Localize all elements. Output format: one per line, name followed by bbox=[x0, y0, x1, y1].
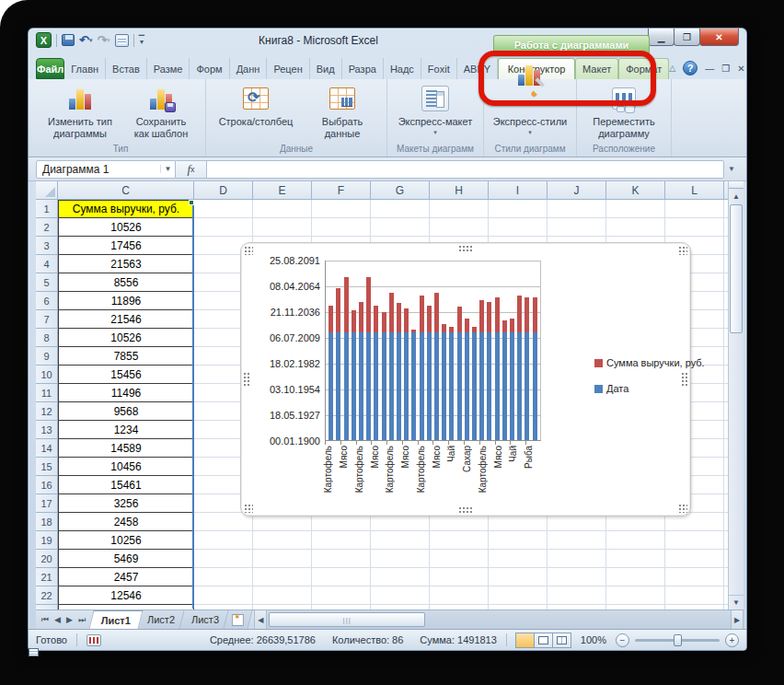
grid[interactable]: 1234567891011121314151617181920212223 Су… bbox=[36, 200, 728, 610]
cell-c19[interactable]: 10256 bbox=[58, 531, 194, 550]
select-data-button[interactable]: Выбрать данные bbox=[302, 82, 383, 139]
row-header-7[interactable]: 7 bbox=[36, 310, 57, 329]
workbook-minimize-icon[interactable]: — bbox=[705, 64, 714, 74]
column-header-g[interactable]: G bbox=[371, 181, 430, 199]
stacked-bar[interactable] bbox=[533, 297, 537, 440]
zoom-level[interactable]: 100% bbox=[581, 634, 606, 645]
last-sheet-icon[interactable]: ⏭ bbox=[78, 615, 86, 625]
row-header-18[interactable]: 18 bbox=[36, 513, 57, 531]
column-header-k[interactable]: K bbox=[606, 181, 665, 199]
sheet-tab-лист1[interactable]: Лист1 bbox=[89, 610, 144, 629]
insert-worksheet-tab[interactable] bbox=[224, 610, 253, 629]
row-header-15[interactable]: 15 bbox=[36, 458, 57, 476]
row-header-16[interactable]: 16 bbox=[36, 476, 57, 494]
vertical-split-handle[interactable] bbox=[729, 181, 744, 189]
cell-c16[interactable]: 15461 bbox=[58, 476, 194, 494]
stacked-bar[interactable] bbox=[479, 300, 484, 440]
column-header-h[interactable]: H bbox=[430, 181, 489, 199]
stacked-bar[interactable] bbox=[382, 312, 386, 440]
cell-c9[interactable]: 7855 bbox=[58, 347, 194, 366]
prev-sheet-icon[interactable]: ◀ bbox=[54, 615, 61, 624]
stacked-bar[interactable] bbox=[502, 320, 507, 440]
tab-макет[interactable]: Макет bbox=[575, 58, 618, 79]
scroll-left-icon[interactable]: ◀ bbox=[254, 610, 267, 629]
stacked-bar[interactable] bbox=[359, 302, 363, 440]
range-fill-handle[interactable] bbox=[189, 200, 194, 205]
stacked-bar[interactable] bbox=[465, 319, 469, 440]
stacked-bar[interactable] bbox=[344, 277, 349, 440]
row-header-6[interactable]: 6 bbox=[36, 292, 57, 310]
macro-record-icon[interactable] bbox=[86, 634, 101, 646]
vertical-scroll-thumb[interactable] bbox=[730, 204, 743, 333]
row-header-13[interactable]: 13 bbox=[36, 421, 57, 439]
page-layout-view-button[interactable] bbox=[534, 633, 553, 648]
stacked-bar[interactable] bbox=[427, 306, 432, 440]
row-header-22[interactable]: 22 bbox=[36, 586, 57, 605]
tab-рецен[interactable]: Рецен bbox=[267, 58, 309, 79]
tab-формат[interactable]: Формат bbox=[618, 58, 669, 79]
chart-handle-topleft[interactable] bbox=[244, 246, 253, 255]
stacked-bar[interactable] bbox=[495, 297, 500, 440]
zoom-slider[interactable] bbox=[635, 639, 720, 642]
next-sheet-icon[interactable]: ▶ bbox=[66, 615, 73, 624]
stacked-bar[interactable] bbox=[389, 293, 394, 440]
formula-bar-expand-icon[interactable]: ▼ bbox=[724, 160, 739, 179]
horizontal-scroll-thumb[interactable]: ||| bbox=[269, 612, 425, 627]
stacked-bar[interactable] bbox=[510, 319, 514, 440]
insert-function-button[interactable]: fx bbox=[176, 160, 207, 179]
cell-c22[interactable]: 12546 bbox=[58, 586, 194, 605]
stacked-bar[interactable] bbox=[517, 296, 522, 440]
move-chart-button[interactable]: Переместить диаграмму bbox=[581, 82, 667, 139]
row-header-12[interactable]: 12 bbox=[36, 402, 57, 421]
normal-view-button[interactable] bbox=[515, 633, 535, 648]
stacked-bar[interactable] bbox=[411, 330, 416, 440]
row-header-21[interactable]: 21 bbox=[36, 568, 57, 586]
tab-форм[interactable]: Форм bbox=[190, 58, 229, 79]
page-break-view-button[interactable] bbox=[552, 633, 571, 648]
horizontal-scrollbar[interactable]: ||| bbox=[267, 610, 731, 629]
cell-c12[interactable]: 9568 bbox=[58, 402, 194, 421]
tab-главн[interactable]: Главн bbox=[64, 58, 106, 79]
zoom-in-button[interactable]: + bbox=[725, 633, 739, 647]
zoom-slider-thumb[interactable] bbox=[674, 634, 682, 646]
row-header-14[interactable]: 14 bbox=[36, 439, 57, 458]
row-header-20[interactable]: 20 bbox=[36, 550, 57, 568]
column-header-f[interactable]: F bbox=[312, 181, 371, 199]
row-header-2[interactable]: 2 bbox=[36, 218, 57, 237]
workbook-restore-icon[interactable]: ❐ bbox=[721, 64, 730, 74]
restore-button[interactable]: ❐ bbox=[674, 29, 700, 46]
stacked-bar[interactable] bbox=[434, 293, 439, 440]
column-header-c[interactable]: C bbox=[58, 181, 194, 199]
stacked-bar[interactable] bbox=[472, 327, 477, 440]
column-header-e[interactable]: E bbox=[253, 181, 312, 199]
cell-c18[interactable]: 2458 bbox=[58, 513, 194, 531]
column-header-l[interactable]: L bbox=[665, 181, 724, 199]
first-sheet-icon[interactable]: ⏮ bbox=[41, 615, 49, 625]
quick-layout-button[interactable]: Экспресс-макет ▾ bbox=[391, 82, 479, 136]
tab-надс[interactable]: Надс bbox=[384, 58, 421, 79]
cell-c13[interactable]: 1234 bbox=[58, 421, 194, 439]
row-header-10[interactable]: 10 bbox=[36, 366, 57, 384]
stacked-bar[interactable] bbox=[525, 297, 529, 440]
zoom-out-button[interactable]: − bbox=[616, 633, 629, 647]
cell-c10[interactable]: 15456 bbox=[58, 366, 194, 384]
chart-handle-top[interactable] bbox=[458, 245, 473, 252]
tab-abby[interactable]: ABBY bbox=[457, 58, 498, 79]
row-header-3[interactable]: 3 bbox=[36, 237, 57, 255]
switch-row-column-button[interactable]: Строка/столбец bbox=[210, 82, 302, 128]
chart-handle-bottomleft[interactable] bbox=[244, 504, 253, 513]
row-header-9[interactable]: 9 bbox=[36, 347, 57, 366]
legend-item[interactable]: Сумма выручки, руб. bbox=[594, 357, 705, 368]
name-box[interactable]: Диаграмма 1 ▼ bbox=[36, 160, 176, 179]
row-header-11[interactable]: 11 bbox=[36, 384, 57, 402]
tab-данн[interactable]: Данн bbox=[230, 58, 268, 79]
quick-styles-button[interactable]: Экспресс-стили ▾ bbox=[488, 82, 572, 136]
stacked-bar[interactable] bbox=[449, 327, 454, 440]
cell-c21[interactable]: 2457 bbox=[58, 568, 194, 586]
change-chart-type-button[interactable]: Изменить тип диаграммы bbox=[40, 82, 121, 139]
cell-c17[interactable]: 3256 bbox=[58, 494, 194, 513]
legend-item[interactable]: Дата bbox=[594, 383, 705, 394]
stacked-bar[interactable] bbox=[457, 307, 462, 440]
column-header-j[interactable]: J bbox=[548, 181, 606, 199]
stacked-bar[interactable] bbox=[404, 308, 409, 440]
